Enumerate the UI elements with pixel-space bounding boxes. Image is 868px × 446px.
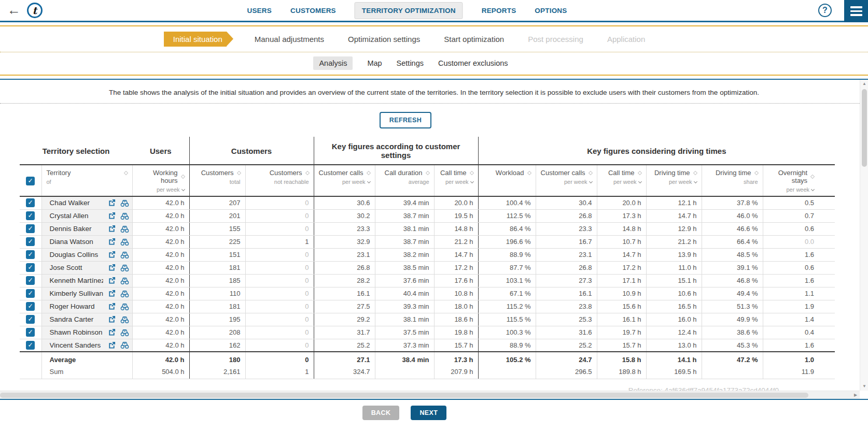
dropdown-caret-icon[interactable] [367,180,370,183]
open-external-icon[interactable] [108,290,116,297]
open-external-icon[interactable] [108,264,116,271]
row-checkbox[interactable]: ✓ [26,315,35,324]
tab-map[interactable]: Map [367,59,382,67]
open-external-icon[interactable] [108,341,116,349]
back-arrow-icon[interactable]: ← [7,3,21,17]
binoculars-map-icon[interactable] [120,251,129,259]
column-header-call_time[interactable]: Call time [439,169,473,177]
row-checkbox[interactable]: ✓ [26,341,35,350]
tab-customer-exclusions[interactable]: Customer exclusions [438,59,508,67]
column-header-driving_time[interactable]: Driving time [651,169,697,177]
wizard-step-manual-adjustments[interactable]: Manual adjustments [255,35,324,44]
row-checkbox[interactable]: ✓ [26,276,35,285]
next-button[interactable]: NEXT [411,406,446,420]
binoculars-map-icon[interactable] [120,225,129,233]
binoculars-map-icon[interactable] [120,315,129,324]
binoculars-map-icon[interactable] [120,199,129,207]
binoculars-map-icon[interactable] [120,212,129,220]
scroll-right-icon[interactable]: ▶ [851,391,860,399]
column-subheader[interactable]: per week [768,186,815,193]
binoculars-map-icon[interactable] [120,328,129,337]
nav-item-options[interactable]: OPTIONS [535,7,567,15]
vertical-scrollbar-thumb[interactable] [862,89,867,167]
wizard-step-optimization-settings[interactable]: Optimization settings [348,35,420,44]
column-subheader[interactable]: per week [541,179,592,185]
horizontal-scrollbar[interactable]: ▶ [0,391,860,399]
open-external-icon[interactable] [108,225,116,233]
row-checkbox[interactable]: ✓ [26,211,35,220]
column-header-customers_total[interactable]: Customers [194,169,241,177]
open-external-icon[interactable] [108,315,116,323]
dropdown-caret-icon[interactable] [694,180,697,183]
sort-diamond-icon[interactable] [810,175,815,179]
nav-item-users[interactable]: USERS [247,7,272,15]
open-external-icon[interactable] [108,212,116,220]
vertical-scrollbar[interactable]: ▲ ▼ [860,80,868,391]
sort-diamond-icon[interactable] [305,170,309,175]
dropdown-caret-icon[interactable] [589,180,593,183]
column-subheader[interactable]: per week [651,179,697,185]
tab-settings[interactable]: Settings [397,59,424,67]
nav-item-territory-optimization[interactable]: TERRITORY OPTIMIZATION [355,2,463,19]
open-external-icon[interactable] [108,251,116,258]
row-checkbox[interactable]: ✓ [26,302,35,311]
dropdown-caret-icon[interactable] [181,188,185,191]
column-header-workload[interactable]: Workload [483,169,531,177]
column-header-call_time_driving[interactable]: Call time [602,169,641,177]
sort-diamond-icon[interactable] [366,170,370,175]
wizard-step-start-optimization[interactable]: Start optimization [444,35,504,44]
back-button[interactable]: BACK [362,406,400,420]
row-checkbox[interactable]: ✓ [26,237,35,246]
select-all-checkbox[interactable]: ✓ [26,177,35,185]
sort-diamond-icon[interactable] [693,170,697,175]
row-checkbox[interactable]: ✓ [26,250,35,259]
column-subheader[interactable]: per week [319,179,370,185]
binoculars-map-icon[interactable] [120,238,129,246]
app-logo[interactable]: t [27,3,43,18]
binoculars-map-icon[interactable] [120,341,129,349]
open-external-icon[interactable] [108,328,116,336]
dropdown-caret-icon[interactable] [811,188,815,191]
column-header-territory[interactable]: Territory [47,169,128,177]
column-subheader[interactable]: per week [602,179,641,185]
binoculars-map-icon[interactable] [120,303,129,311]
wizard-step-initial-situation[interactable]: Initial situation [164,32,227,47]
column-header-call_duration[interactable]: Call duration [380,169,429,177]
binoculars-map-icon[interactable] [120,277,129,285]
sort-diamond-icon[interactable] [236,170,241,175]
column-header-driving_time_share[interactable]: Driving time [707,169,758,177]
row-checkbox[interactable]: ✓ [26,198,35,207]
hamburger-menu-icon[interactable] [844,0,868,22]
dropdown-caret-icon[interactable] [638,180,642,183]
sort-diamond-icon[interactable] [180,175,185,179]
help-icon[interactable]: ? [818,4,832,17]
column-header-working_hours[interactable]: Working hours [137,169,185,184]
dropdown-caret-icon[interactable] [470,180,474,183]
horizontal-scrollbar-thumb[interactable] [0,393,808,398]
open-external-icon[interactable] [108,199,116,207]
column-header-customer_calls[interactable]: Customer calls [319,169,370,177]
sort-diamond-icon[interactable] [123,170,128,175]
open-external-icon[interactable] [108,277,116,284]
open-external-icon[interactable] [108,238,116,246]
row-checkbox[interactable]: ✓ [26,289,35,298]
binoculars-map-icon[interactable] [120,264,129,272]
sort-diamond-icon[interactable] [637,170,641,175]
sort-diamond-icon[interactable] [425,170,429,175]
refresh-button[interactable]: REFRESH [380,112,432,128]
row-checkbox[interactable]: ✓ [26,263,35,272]
nav-item-customers[interactable]: CUSTOMERS [290,7,336,15]
sort-diamond-icon[interactable] [588,170,592,175]
sort-diamond-icon[interactable] [754,170,758,175]
sort-diamond-icon[interactable] [469,170,473,175]
row-checkbox[interactable]: ✓ [26,328,35,337]
open-external-icon[interactable] [108,303,116,310]
column-header-overnight_stays[interactable]: Overnight stays [768,169,815,184]
tab-analysis[interactable]: Analysis [313,56,353,70]
scroll-up-icon[interactable]: ▲ [860,80,868,88]
binoculars-map-icon[interactable] [120,290,129,298]
column-subheader[interactable]: per week [137,186,185,193]
scroll-down-icon[interactable]: ▼ [860,382,868,391]
column-subheader[interactable]: per week [439,179,473,185]
sort-diamond-icon[interactable] [527,170,531,175]
